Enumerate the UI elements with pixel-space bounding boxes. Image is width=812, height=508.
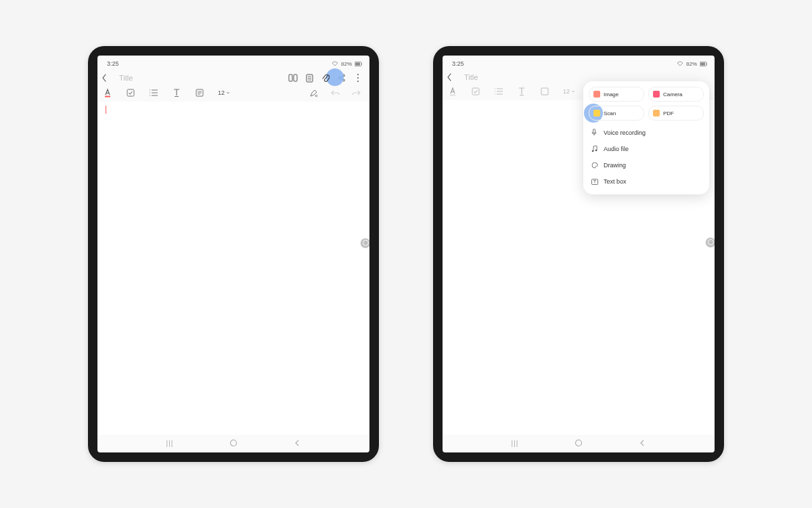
status-battery: 82% (686, 61, 697, 67)
nav-recents-icon[interactable]: ||| (166, 440, 174, 447)
back-button[interactable] (102, 74, 115, 82)
tablet-left: 3:25 82% Title (88, 46, 379, 462)
wifi-icon (677, 61, 683, 66)
status-bar: 3:25 82% (443, 56, 715, 70)
music-note-icon (591, 146, 598, 152)
back-button[interactable] (447, 73, 460, 81)
image-icon (593, 91, 600, 98)
system-nav-bar: ||| (97, 435, 369, 452)
app-header: Title (97, 70, 369, 85)
battery-icon (355, 62, 363, 66)
attach-image-chip[interactable]: Image (589, 87, 644, 102)
checkbox-icon[interactable] (471, 87, 480, 96)
svg-rect-37 (700, 62, 705, 65)
nav-back-icon[interactable] (639, 439, 646, 447)
svg-rect-2 (355, 62, 360, 65)
battery-icon (700, 62, 708, 66)
checkbox-icon[interactable] (126, 88, 135, 98)
pdf-icon (653, 110, 660, 117)
camera-icon (653, 91, 660, 98)
text-style-icon[interactable] (172, 88, 181, 98)
format-toolbar: 12 (97, 85, 369, 102)
svg-point-33 (315, 95, 317, 97)
nav-back-icon[interactable] (294, 439, 300, 447)
list-icon[interactable] (494, 87, 503, 96)
attach-voice-item[interactable]: Voice recording (589, 125, 704, 140)
attach-textbox-item[interactable]: Text box (589, 174, 704, 189)
note-canvas[interactable] (97, 102, 369, 435)
undo-icon[interactable] (330, 88, 340, 98)
page-template-icon[interactable] (304, 73, 314, 83)
textbox-icon (591, 179, 598, 185)
pen-mode-icon[interactable] (309, 88, 318, 98)
redo-icon[interactable] (352, 88, 361, 98)
svg-rect-50 (541, 88, 548, 95)
status-bar: 3:25 82% (97, 56, 369, 70)
attach-audio-item[interactable]: Audio file (589, 142, 704, 156)
palette-icon (591, 162, 598, 169)
text-color-icon[interactable] (103, 88, 112, 98)
svg-point-16 (357, 81, 359, 82)
tablet-right: 3:25 82% Title (433, 46, 724, 462)
status-battery: 82% (341, 61, 352, 67)
screen: 3:25 82% Title (97, 56, 369, 452)
more-icon[interactable] (353, 73, 363, 83)
side-handle-icon[interactable] (706, 238, 715, 247)
attach-menu: Image Camera Scan PDF (583, 81, 709, 194)
screen: 3:25 82% Title (443, 56, 715, 452)
svg-point-51 (576, 440, 582, 446)
svg-point-14 (357, 74, 359, 75)
scan-icon (593, 110, 600, 117)
text-style-icon[interactable] (517, 87, 526, 96)
svg-rect-4 (294, 75, 297, 81)
side-handle-icon[interactable] (361, 238, 369, 248)
list-icon[interactable] (149, 88, 158, 98)
title-input[interactable]: Title (464, 73, 710, 81)
svg-rect-36 (706, 63, 707, 65)
system-nav-bar: ||| (443, 435, 715, 452)
svg-point-53 (592, 150, 594, 152)
attach-drawing-item[interactable]: Drawing (589, 158, 704, 173)
attach-icon[interactable] (321, 73, 330, 83)
wifi-icon (332, 61, 338, 66)
svg-rect-3 (289, 75, 292, 81)
svg-point-15 (357, 77, 359, 79)
svg-point-34 (231, 440, 237, 446)
attach-camera-chip[interactable]: Camera (648, 87, 704, 102)
svg-rect-18 (105, 96, 110, 98)
text-color-icon[interactable] (448, 87, 457, 96)
svg-rect-40 (472, 88, 479, 95)
attach-pdf-chip[interactable]: PDF (648, 106, 704, 121)
font-size-picker[interactable]: 12 (218, 89, 230, 96)
nav-home-icon[interactable] (229, 439, 238, 447)
mic-icon (591, 129, 598, 136)
reading-mode-icon[interactable] (288, 73, 298, 83)
font-size-picker[interactable]: 12 (563, 88, 575, 95)
status-time: 3:25 (452, 60, 464, 67)
highlight-text-icon[interactable] (195, 88, 204, 98)
svg-rect-39 (450, 95, 455, 96)
status-time: 3:25 (107, 60, 119, 67)
svg-rect-1 (361, 63, 362, 65)
svg-point-54 (595, 150, 597, 152)
svg-rect-52 (593, 129, 595, 133)
title-input[interactable]: Title (119, 74, 284, 82)
nav-home-icon[interactable] (574, 439, 583, 447)
attach-scan-chip[interactable]: Scan (589, 106, 644, 121)
highlight-text-icon[interactable] (540, 87, 549, 96)
text-cursor (106, 106, 106, 114)
nav-recents-icon[interactable]: ||| (512, 440, 519, 447)
svg-rect-19 (127, 89, 134, 96)
